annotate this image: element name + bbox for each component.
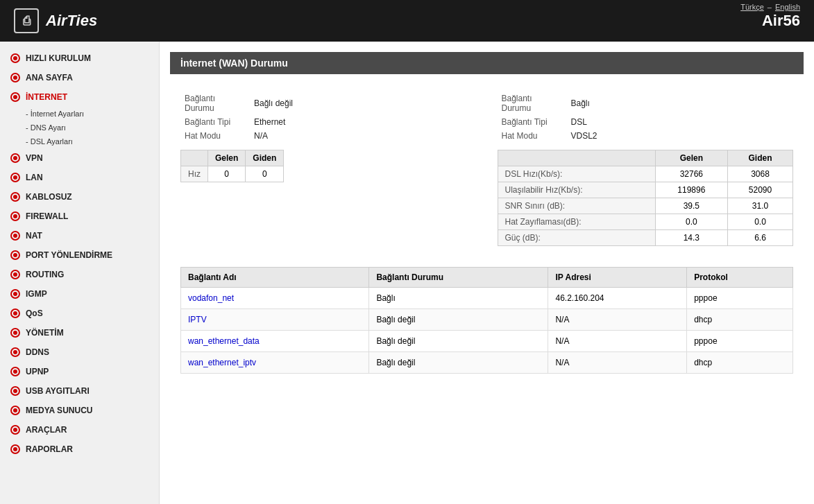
sidebar-label: ANA SAYFA [26,73,73,82]
conn-name: IPTV [181,309,369,331]
wan-section: Bağlantı Durumu Bağlı değil Bağlantı Tip… [170,85,804,253]
bullet-icon [10,406,20,415]
col-empty [498,150,655,166]
sidebar-item-yonetim[interactable]: YÖNETİM [0,323,159,342]
bullet-icon [10,425,20,435]
table-row: Hat Modu N/A [180,129,477,143]
dsl-giden: 52090 [728,182,793,198]
page-title-text: İnternet (WAN) Durumu [180,58,288,69]
page-title: İnternet (WAN) Durumu [170,52,804,74]
sidebar-item-igmp[interactable]: IGMP [0,284,159,304]
sidebar-item-routing[interactable]: ROUTING [0,265,159,284]
conn-link[interactable]: wan_ethernet_iptv [188,358,256,367]
label-hat-modu: Hat Modu [180,129,250,143]
sidebar-item-medya-sunucu[interactable]: MEDYA SUNUCU [0,401,159,420]
value-baglanti-tipi: Ethernet [250,115,477,129]
conn-ip: N/A [548,331,687,352]
dsl-giden: 6.6 [728,230,793,246]
sidebar-item-raporlar[interactable]: RAPORLAR [0,440,159,459]
sidebar-item-ddns[interactable]: DDNS [0,342,159,362]
col-baglanti-adi: Bağlantı Adı [181,268,369,288]
sidebar-sub-dsl-ayarlari[interactable]: - DSL Ayarları [0,134,159,148]
col-gelen: Gelen [208,150,246,166]
hiz-label: Hız [181,166,208,182]
sidebar-label: MEDYA SUNUCU [26,406,92,415]
sidebar-label: KABLOSUZ [26,192,72,202]
table-row: wan_ethernet_data Bağlı değil N/A pppoe [181,331,793,352]
sidebar-item-usb-aygitlari[interactable]: USB AYGITLARI [0,381,159,401]
sidebar-sub-internet-ayarlari[interactable]: - İnternet Ayarları [0,107,159,121]
dsl-label: DSL Hızı(Kb/s): [498,166,655,182]
conn-durum: Bağlı değil [369,352,548,374]
conn-ip: N/A [548,309,687,331]
col-ip-adresi: IP Adresi [548,268,687,288]
table-row: vodafon_net Bağlı 46.2.160.204 pppoe [181,288,793,309]
sidebar-item-port-yonlendirme[interactable]: PORT YÖNLENDİRME [0,245,159,265]
sidebar-item-internet[interactable]: İNTERNET [0,87,159,107]
table-row: Hız 0 0 [181,166,284,182]
logo-icon: ⎙ [14,8,39,33]
conn-durum: Bağlı değil [369,331,548,352]
sidebar-label: QoS [26,309,43,318]
bullet-icon [10,367,20,376]
table-row: SNR Sınırı (dB): 39.5 31.0 [498,198,793,214]
value-baglanti-tipi-r: DSL [567,115,794,129]
wan-right-panel: Bağlantı Durumu Bağlı Bağlantı Tipi DSL … [498,92,794,246]
sidebar-item-upnp[interactable]: UPNP [0,362,159,381]
bullet-icon [10,270,20,279]
sidebar-item-qos[interactable]: QoS [0,304,159,323]
dsl-gelen: 39.5 [655,198,727,214]
conn-protokol: pppoe [687,288,793,309]
label-baglanti-tipi-r: Bağlantı Tipi [498,115,567,129]
col-baglanti-durumu: Bağlantı Durumu [369,268,548,288]
sidebar-label: YÖNETİM [26,328,64,338]
sidebar-label: NAT [26,231,42,241]
table-row: Ulaşılabilir Hız(Kb/s): 119896 52090 [498,182,793,198]
sidebar-item-vpn[interactable]: VPN [0,148,159,168]
sidebar-item-kablosuz[interactable]: KABLOSUZ [0,187,159,207]
value-baglanti-durumu-r: Bağlı [567,92,794,115]
sidebar-item-ana-sayfa[interactable]: ANA SAYFA [0,68,159,87]
hiz-gelen: 0 [208,166,246,182]
header: ⎙ AirTies Air56 Türkçe – English [0,0,814,42]
sidebar-label: LAN [26,173,43,182]
bullet-icon [10,231,20,241]
dsl-label: Ulaşılabilir Hız(Kb/s): [498,182,655,198]
lang-bar: Türkçe – English [740,3,800,11]
sidebar-item-nat[interactable]: NAT [0,226,159,245]
sidebar-item-firewall[interactable]: FIREWALL [0,207,159,226]
dsl-giden: 0.0 [728,214,793,230]
table-row: wan_ethernet_iptv Bağlı değil N/A dhcp [181,352,793,374]
col-protokol: Protokol [687,268,793,288]
sidebar-sub-dns-ayari[interactable]: - DNS Ayarı [0,121,159,134]
dsl-label: Güç (dB): [498,230,655,246]
sidebar-label: RAPORLAR [26,444,73,454]
conn-protokol: dhcp [687,309,793,331]
conn-ip: 46.2.160.204 [548,288,687,309]
table-row: Bağlantı Durumu Bağlı değil [180,92,477,115]
conn-ip: N/A [548,352,687,374]
conn-link[interactable]: wan_ethernet_data [188,336,260,346]
sidebar-item-hizli-kurulum[interactable]: HIZLI KURULUM [0,49,159,68]
bullet-icon [10,347,20,357]
sidebar-item-araclar[interactable]: ARAÇLAR [0,420,159,440]
layout: HIZLI KURULUM ANA SAYFA İNTERNET - İnter… [0,42,814,504]
dsl-gelen: 119896 [655,182,727,198]
col-giden: Giden [728,150,793,166]
lang-english[interactable]: English [775,3,800,11]
conn-link[interactable]: vodafon_net [188,293,234,303]
sidebar-label: VPN [26,153,43,163]
bullet-icon [10,173,20,182]
bullet-icon [10,92,20,102]
bullet-icon [10,328,20,338]
logo-text: AirTies [46,12,97,30]
device-name: Air56 [762,12,800,30]
connection-table: Bağlantı Adı Bağlantı Durumu IP Adresi P… [180,267,793,374]
lang-turkce[interactable]: Türkçe [740,3,764,11]
sidebar-item-lan[interactable]: LAN [0,168,159,187]
table-row: Gelen Giden [498,150,793,166]
table-row: Bağlantı Durumu Bağlı [498,92,794,115]
dsl-gelen: 32766 [655,166,727,182]
conn-link[interactable]: IPTV [188,315,207,324]
conn-protokol: dhcp [687,352,793,374]
